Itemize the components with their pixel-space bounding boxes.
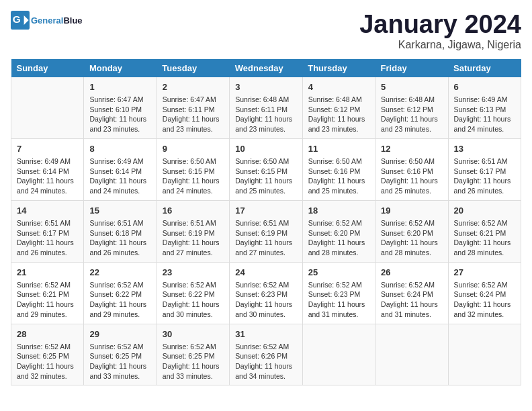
- day-info: Sunrise: 6:52 AM Sunset: 6:23 PM Dayligh…: [308, 280, 369, 320]
- calendar-cell: 21Sunrise: 6:52 AM Sunset: 6:21 PM Dayli…: [11, 262, 84, 324]
- calendar-cell: 22Sunrise: 6:52 AM Sunset: 6:22 PM Dayli…: [84, 262, 157, 324]
- day-info: Sunrise: 6:51 AM Sunset: 6:19 PM Dayligh…: [163, 218, 224, 258]
- day-info: Sunrise: 6:52 AM Sunset: 6:21 PM Dayligh…: [454, 218, 515, 258]
- day-info: Sunrise: 6:52 AM Sunset: 6:24 PM Dayligh…: [454, 280, 515, 320]
- day-number: 24: [235, 267, 296, 279]
- month-title: January 2024: [359, 11, 521, 39]
- column-header-wednesday: Wednesday: [230, 59, 302, 77]
- day-number: 17: [235, 205, 296, 217]
- calendar-cell: 10Sunrise: 6:50 AM Sunset: 6:15 PM Dayli…: [230, 138, 302, 200]
- day-info: Sunrise: 6:49 AM Sunset: 6:14 PM Dayligh…: [17, 156, 78, 196]
- calendar-cell: 9Sunrise: 6:50 AM Sunset: 6:15 PM Daylig…: [157, 138, 229, 200]
- calendar-week-row: 28Sunrise: 6:52 AM Sunset: 6:25 PM Dayli…: [11, 324, 521, 385]
- location: Karkarna, Jigawa, Nigeria: [359, 39, 521, 51]
- day-number: 7: [17, 143, 78, 155]
- day-number: 23: [163, 267, 224, 279]
- day-info: Sunrise: 6:49 AM Sunset: 6:13 PM Dayligh…: [454, 95, 515, 134]
- calendar-week-row: 1Sunrise: 6:47 AM Sunset: 6:10 PM Daylig…: [11, 77, 521, 138]
- calendar-cell: 14Sunrise: 6:51 AM Sunset: 6:17 PM Dayli…: [11, 200, 84, 262]
- page-header: G GeneralBlue January 2024 Karkarna, Jig…: [11, 11, 521, 51]
- calendar-cell: 13Sunrise: 6:51 AM Sunset: 6:17 PM Dayli…: [448, 138, 521, 200]
- day-info: Sunrise: 6:50 AM Sunset: 6:16 PM Dayligh…: [381, 156, 442, 196]
- calendar-cell: 27Sunrise: 6:52 AM Sunset: 6:24 PM Dayli…: [448, 262, 521, 324]
- day-info: Sunrise: 6:51 AM Sunset: 6:17 PM Dayligh…: [454, 156, 515, 196]
- day-info: Sunrise: 6:50 AM Sunset: 6:15 PM Dayligh…: [235, 156, 296, 196]
- day-number: 20: [454, 205, 515, 217]
- day-number: 22: [89, 267, 150, 279]
- logo-blue: Blue: [63, 15, 82, 26]
- day-info: Sunrise: 6:47 AM Sunset: 6:10 PM Dayligh…: [89, 95, 150, 134]
- calendar-week-row: 21Sunrise: 6:52 AM Sunset: 6:21 PM Dayli…: [11, 262, 521, 324]
- title-block: January 2024 Karkarna, Jigawa, Nigeria: [359, 11, 521, 51]
- day-number: 11: [308, 143, 369, 155]
- day-number: 4: [308, 81, 369, 93]
- day-number: 13: [454, 143, 515, 155]
- day-number: 19: [381, 205, 442, 217]
- calendar-cell: 20Sunrise: 6:52 AM Sunset: 6:21 PM Dayli…: [448, 200, 521, 262]
- calendar-table: SundayMondayTuesdayWednesdayThursdayFrid…: [11, 59, 521, 386]
- calendar-cell: 16Sunrise: 6:51 AM Sunset: 6:19 PM Dayli…: [157, 200, 229, 262]
- calendar-week-row: 7Sunrise: 6:49 AM Sunset: 6:14 PM Daylig…: [11, 138, 521, 200]
- day-number: 26: [381, 267, 442, 279]
- day-info: Sunrise: 6:48 AM Sunset: 6:11 PM Dayligh…: [235, 95, 296, 134]
- calendar-cell: 15Sunrise: 6:51 AM Sunset: 6:18 PM Dayli…: [84, 200, 157, 262]
- calendar-cell: 18Sunrise: 6:52 AM Sunset: 6:20 PM Dayli…: [302, 200, 375, 262]
- day-info: Sunrise: 6:52 AM Sunset: 6:20 PM Dayligh…: [308, 218, 369, 258]
- day-info: Sunrise: 6:51 AM Sunset: 6:18 PM Dayligh…: [89, 218, 150, 258]
- day-info: Sunrise: 6:48 AM Sunset: 6:12 PM Dayligh…: [381, 95, 442, 134]
- day-number: 31: [235, 328, 296, 340]
- day-number: 5: [381, 81, 442, 93]
- day-info: Sunrise: 6:52 AM Sunset: 6:22 PM Dayligh…: [163, 280, 224, 320]
- calendar-cell: 11Sunrise: 6:50 AM Sunset: 6:16 PM Dayli…: [302, 138, 375, 200]
- day-number: 16: [163, 205, 224, 217]
- column-header-friday: Friday: [375, 59, 448, 77]
- calendar-cell: 25Sunrise: 6:52 AM Sunset: 6:23 PM Dayli…: [302, 262, 375, 324]
- day-number: 2: [163, 81, 224, 93]
- day-number: 8: [89, 143, 150, 155]
- calendar-cell: 29Sunrise: 6:52 AM Sunset: 6:25 PM Dayli…: [84, 324, 157, 385]
- day-number: 28: [17, 328, 78, 340]
- logo: G GeneralBlue: [11, 11, 83, 30]
- day-number: 1: [89, 81, 150, 93]
- calendar-cell: 28Sunrise: 6:52 AM Sunset: 6:25 PM Dayli…: [11, 324, 84, 385]
- day-number: 9: [163, 143, 224, 155]
- calendar-cell: 19Sunrise: 6:52 AM Sunset: 6:20 PM Dayli…: [375, 200, 448, 262]
- day-info: Sunrise: 6:49 AM Sunset: 6:14 PM Dayligh…: [89, 156, 150, 196]
- calendar-cell: 8Sunrise: 6:49 AM Sunset: 6:14 PM Daylig…: [84, 138, 157, 200]
- day-info: Sunrise: 6:47 AM Sunset: 6:11 PM Dayligh…: [163, 95, 224, 134]
- day-info: Sunrise: 6:52 AM Sunset: 6:21 PM Dayligh…: [17, 280, 78, 320]
- calendar-cell: 12Sunrise: 6:50 AM Sunset: 6:16 PM Dayli…: [375, 138, 448, 200]
- logo-icon: G: [11, 11, 30, 30]
- calendar-header-row: SundayMondayTuesdayWednesdayThursdayFrid…: [11, 59, 521, 77]
- day-info: Sunrise: 6:52 AM Sunset: 6:22 PM Dayligh…: [89, 280, 150, 320]
- calendar-cell: 26Sunrise: 6:52 AM Sunset: 6:24 PM Dayli…: [375, 262, 448, 324]
- logo-general: General: [31, 15, 63, 26]
- calendar-cell: [302, 324, 375, 385]
- day-info: Sunrise: 6:50 AM Sunset: 6:16 PM Dayligh…: [308, 156, 369, 196]
- day-info: Sunrise: 6:52 AM Sunset: 6:26 PM Dayligh…: [235, 342, 296, 381]
- column-header-tuesday: Tuesday: [157, 59, 229, 77]
- day-info: Sunrise: 6:48 AM Sunset: 6:12 PM Dayligh…: [308, 95, 369, 134]
- calendar-cell: 24Sunrise: 6:52 AM Sunset: 6:23 PM Dayli…: [230, 262, 302, 324]
- day-info: Sunrise: 6:52 AM Sunset: 6:24 PM Dayligh…: [381, 280, 442, 320]
- calendar-cell: [448, 324, 521, 385]
- day-number: 6: [454, 81, 515, 93]
- calendar-cell: 5Sunrise: 6:48 AM Sunset: 6:12 PM Daylig…: [375, 77, 448, 138]
- day-number: 25: [308, 267, 369, 279]
- calendar-cell: 23Sunrise: 6:52 AM Sunset: 6:22 PM Dayli…: [157, 262, 229, 324]
- calendar-cell: [375, 324, 448, 385]
- day-number: 12: [381, 143, 442, 155]
- day-info: Sunrise: 6:52 AM Sunset: 6:25 PM Dayligh…: [163, 342, 224, 381]
- calendar-week-row: 14Sunrise: 6:51 AM Sunset: 6:17 PM Dayli…: [11, 200, 521, 262]
- day-info: Sunrise: 6:52 AM Sunset: 6:23 PM Dayligh…: [235, 280, 296, 320]
- day-number: 18: [308, 205, 369, 217]
- day-number: 29: [89, 328, 150, 340]
- day-number: 27: [454, 267, 515, 279]
- day-number: 14: [17, 205, 78, 217]
- column-header-saturday: Saturday: [448, 59, 521, 77]
- calendar-cell: 31Sunrise: 6:52 AM Sunset: 6:26 PM Dayli…: [230, 324, 302, 385]
- day-number: 3: [235, 81, 296, 93]
- calendar-cell: 3Sunrise: 6:48 AM Sunset: 6:11 PM Daylig…: [230, 77, 302, 138]
- day-info: Sunrise: 6:51 AM Sunset: 6:19 PM Dayligh…: [235, 218, 296, 258]
- calendar-cell: 30Sunrise: 6:52 AM Sunset: 6:25 PM Dayli…: [157, 324, 229, 385]
